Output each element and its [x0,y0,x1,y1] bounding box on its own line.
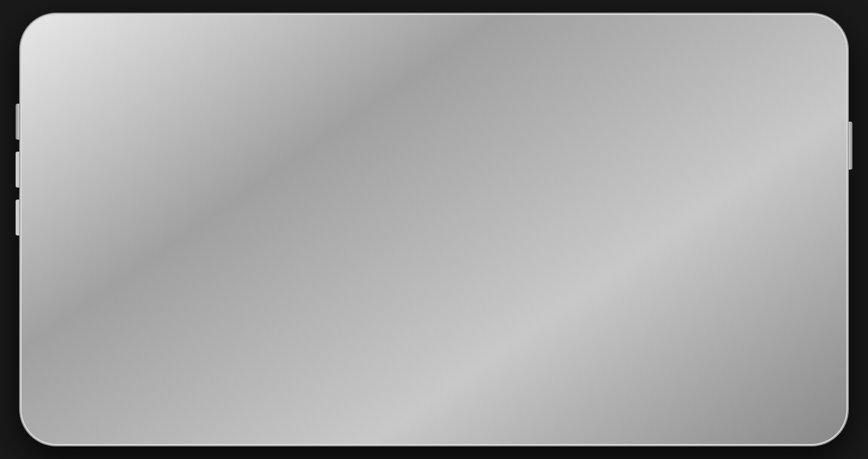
chair-container[interactable] [529,145,757,373]
svg-point-22 [620,269,627,276]
chair-legs [599,286,718,341]
camera-notch [368,25,500,45]
camera-dot [464,31,471,38]
phone-wrapper: Leather Bricks Wood Fabric Li... [20,14,848,445]
svg-point-19 [671,243,678,250]
svg-point-24 [671,269,678,276]
rocker-base [605,336,712,341]
material-panel: Leather Bricks Wood Fabric Li... [40,33,297,333]
svg-marker-2 [745,217,757,361]
chair-leg-4 [709,309,712,342]
svg-point-23 [646,269,652,276]
swatch-grey-leather[interactable] [210,223,288,283]
svg-point-11 [672,213,679,220]
svg-point-18 [646,243,652,250]
home-bar [398,427,470,430]
chair-leg-1 [611,309,613,342]
svg-point-17 [620,243,627,250]
svg-point-16 [595,243,601,250]
svg-point-20 [697,243,704,250]
chair-body [563,168,745,350]
svg-point-6 [644,190,652,197]
swatches-row-2 [40,221,297,283]
blue-accent-object [507,378,555,414]
svg-point-8 [695,186,702,193]
phone-screen: Leather Bricks Wood Fabric Li... [31,25,837,434]
svg-point-5 [620,192,627,200]
svg-point-21 [595,269,601,276]
svg-point-12 [697,210,704,218]
svg-point-10 [647,215,654,222]
svg-line-3 [547,193,565,265]
svg-point-7 [670,188,677,195]
svg-point-25 [697,269,704,276]
